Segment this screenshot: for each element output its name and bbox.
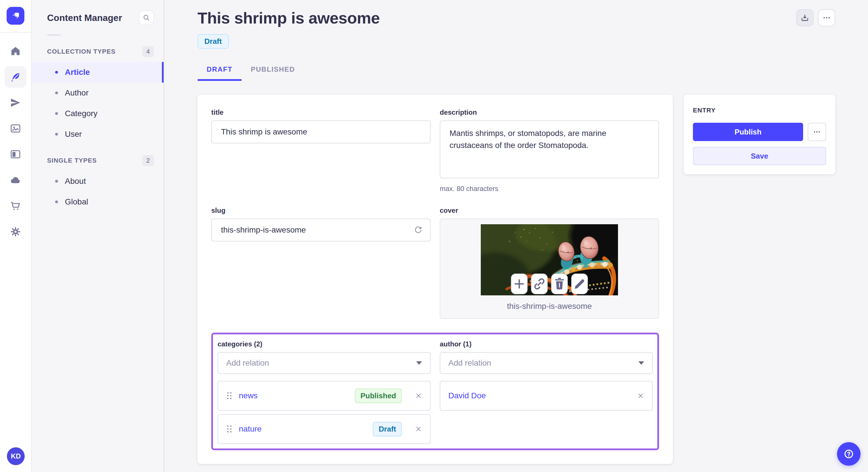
main-content: This shrimp is awesome Draft DRAFT PUBLI… (164, 0, 868, 472)
description-label: description (440, 108, 659, 116)
sidebar-title: Content Manager (47, 12, 122, 23)
refresh-icon (413, 225, 423, 235)
bullet-icon (55, 200, 58, 203)
sidebar-item-author[interactable]: Author (32, 82, 164, 103)
description-hint: max. 80 characters (440, 185, 659, 193)
copy-link-button[interactable] (531, 274, 548, 294)
sidebar-item-category[interactable]: Category (32, 103, 164, 124)
sidebar-item-user[interactable]: User (32, 124, 164, 144)
section-head-collection-types: COLLECTION TYPES 4 (32, 43, 164, 60)
sidebar: Content Manager COLLECTION TYPES 4 Artic… (32, 0, 164, 472)
cloud-icon[interactable] (5, 169, 26, 191)
ellipsis-icon (813, 128, 821, 136)
strapi-logo[interactable] (7, 7, 24, 25)
categories-field: categories (2) Add relation (218, 340, 431, 444)
single-types-list: About Global (32, 171, 164, 212)
remove-relation-button[interactable] (637, 392, 644, 399)
chevron-down-icon (416, 361, 422, 365)
author-field: author (1) Add relation David Doe (440, 340, 653, 444)
close-icon (415, 392, 422, 399)
sidebar-item-label: Article (65, 68, 90, 77)
cover-card: this-shrimp-is-awesome (440, 218, 659, 319)
published-badge: Published (355, 389, 402, 403)
draft-badge: Draft (373, 422, 402, 436)
export-button[interactable] (796, 9, 813, 26)
slug-input[interactable] (211, 218, 431, 241)
bullet-icon (55, 133, 58, 136)
close-icon (637, 392, 644, 399)
rail-icon-list (5, 40, 26, 243)
ellipsis-icon (822, 13, 831, 22)
sidebar-item-label: Author (65, 88, 89, 98)
avatar[interactable]: KD (7, 447, 25, 465)
tab-published[interactable]: PUBLISHED (242, 60, 304, 81)
gear-icon[interactable] (5, 221, 26, 243)
categories-add-relation-placeholder: Add relation (226, 359, 269, 368)
relation-link[interactable]: news (239, 391, 348, 400)
author-add-relation-placeholder: Add relation (448, 359, 491, 368)
entry-more-button[interactable] (808, 123, 826, 141)
relation-link[interactable]: nature (239, 425, 367, 434)
remove-relation-button[interactable] (415, 392, 422, 399)
sidebar-item-label: User (65, 130, 82, 139)
status-badge: Draft (197, 34, 229, 49)
sidebar-item-article[interactable]: Article (32, 62, 164, 82)
version-tabs: DRAFT PUBLISHED (197, 60, 835, 81)
categories-add-relation-select[interactable]: Add relation (218, 352, 431, 374)
content-feather-icon[interactable] (5, 66, 26, 88)
author-add-relation-select[interactable]: Add relation (440, 352, 653, 374)
drag-handle-icon[interactable] (226, 392, 232, 400)
cart-icon[interactable] (5, 195, 26, 217)
help-button[interactable] (837, 442, 861, 466)
author-label: author (1) (440, 340, 653, 348)
pencil-icon (572, 274, 587, 294)
cover-field: cover (440, 206, 659, 319)
collection-types-list: Article Author Category User (32, 62, 164, 144)
relation-item-david-doe: David Doe (440, 381, 653, 411)
sidebar-item-about[interactable]: About (32, 171, 164, 192)
title-input[interactable] (211, 121, 431, 143)
sidebar-item-global[interactable]: Global (32, 192, 164, 212)
cover-label: cover (440, 206, 659, 214)
chevron-down-icon (639, 361, 644, 365)
title-field: title (211, 108, 431, 143)
sidebar-item-label: Category (65, 109, 98, 118)
edit-form-card: title description max. 80 characters slu… (197, 95, 673, 464)
remove-relation-button[interactable] (415, 426, 422, 432)
more-options-button[interactable] (818, 9, 835, 26)
regenerate-slug-button[interactable] (413, 225, 423, 235)
cover-actions (511, 274, 588, 294)
bullet-icon (55, 92, 58, 94)
page-title: This shrimp is awesome (197, 9, 380, 27)
edit-asset-button[interactable] (571, 274, 588, 294)
sidebar-item-label: About (65, 177, 86, 186)
sidebar-item-label: Global (65, 197, 88, 206)
drag-handle-icon[interactable] (226, 425, 232, 433)
description-textarea[interactable] (440, 121, 659, 178)
title-label: title (211, 108, 431, 116)
bullet-icon (55, 180, 58, 183)
categories-label: categories (2) (218, 340, 431, 348)
plus-icon (512, 274, 527, 294)
trash-icon (552, 274, 567, 294)
single-types-count-badge: 2 (143, 155, 154, 166)
add-asset-button[interactable] (511, 274, 528, 294)
relation-link[interactable]: David Doe (448, 391, 631, 400)
save-button[interactable]: Save (693, 147, 826, 165)
media-library-icon[interactable] (5, 117, 26, 139)
search-button[interactable] (139, 10, 154, 25)
paper-plane-icon[interactable] (5, 92, 26, 113)
section-label: SINGLE TYPES (47, 157, 97, 164)
entry-panel-title: ENTRY (693, 107, 826, 114)
slug-field: slug (211, 206, 431, 241)
home-icon[interactable] (5, 40, 26, 62)
section-label: COLLECTION TYPES (47, 48, 116, 55)
rail-divider (0, 32, 31, 33)
publish-button[interactable]: Publish (693, 123, 803, 141)
delete-asset-button[interactable] (551, 274, 568, 294)
layout-icon[interactable] (5, 143, 26, 165)
bullet-icon (55, 71, 58, 74)
tab-draft[interactable]: DRAFT (197, 60, 242, 81)
collection-types-count-badge: 4 (143, 46, 154, 57)
strapi-logo-icon (10, 11, 21, 21)
